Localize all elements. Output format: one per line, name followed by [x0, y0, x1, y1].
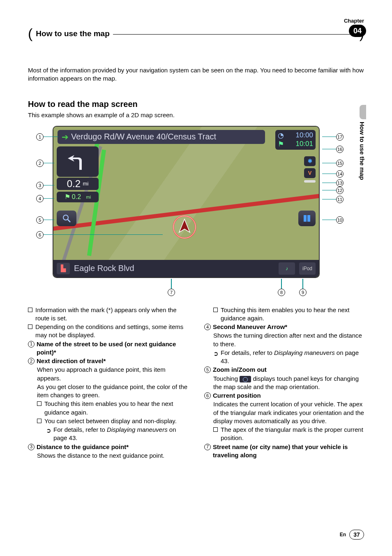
- item-6a: Indicates the current location of your v…: [213, 400, 364, 425]
- callout-16: 16: [322, 146, 344, 153]
- svg-rect-5: [307, 215, 310, 222]
- second-maneuver-display: ⚑0.2 mi: [57, 192, 99, 202]
- circled-3-icon: 3: [28, 444, 35, 450]
- item-4-title: Second Maneuver Arrow*: [213, 323, 287, 330]
- item-4a: Shows the turning direction after next a…: [213, 331, 364, 348]
- square-bullet-icon: [213, 427, 218, 432]
- flag-icon: ⚑: [278, 140, 284, 148]
- chapter-number: 04: [349, 25, 366, 37]
- vics-icon: V: [304, 168, 316, 178]
- callout-3: 3: [36, 182, 54, 189]
- map-figure: ➔Verdugo Rd/W Avenue 40/Census Tract 0.2…: [36, 126, 344, 298]
- heading-2: How to read the map screen: [28, 100, 364, 109]
- bottom-bar: ▙ Eagle Rock Blvd ♪ iPod: [53, 260, 319, 277]
- lang-label: En: [340, 532, 346, 537]
- left-column: Information with the mark (*) appears on…: [28, 306, 188, 461]
- item-4b: For details, refer to Displaying maneuve…: [221, 349, 364, 366]
- title-line: [113, 34, 360, 35]
- square-bullet-icon: [28, 308, 32, 312]
- status-icon-stack: ✱ V: [304, 156, 316, 183]
- map-screenshot: ➔Verdugo Rd/W Avenue 40/Census Tract 0.2…: [53, 126, 320, 278]
- callout-13: 13: [322, 179, 344, 187]
- svg-line-1: [68, 220, 70, 222]
- bluetooth-icon: ✱: [304, 156, 316, 166]
- circled-5-icon: 5: [204, 366, 211, 373]
- item-3a: Shows the distance to the next guidance …: [37, 452, 188, 460]
- circled-6-icon: 6: [204, 392, 211, 399]
- music-icon: ♪: [279, 262, 295, 275]
- item-6b: The apex of the triangular mark is the p…: [221, 426, 364, 442]
- zoom-button: [57, 211, 76, 226]
- paren-left: (: [28, 25, 32, 42]
- time-box: ◔10:00 ⚑10:01: [275, 130, 316, 150]
- svg-point-0: [63, 215, 68, 220]
- note-2: Depending on the conditions and settings…: [35, 323, 188, 340]
- next-direction-arrow: [57, 146, 99, 177]
- callout-14: 14: [322, 170, 344, 178]
- xref-arrow-icon: ➲: [213, 350, 219, 366]
- chapter-label: Chapter: [344, 18, 364, 24]
- callout-10: 10: [322, 216, 344, 224]
- item-7-title: Street name (or city name) that your veh…: [213, 443, 348, 459]
- square-bullet-icon: [37, 419, 42, 423]
- item-6-title: Current position: [213, 392, 261, 399]
- square-bullet-icon: [37, 401, 42, 406]
- item-2-title: Next direction of travel*: [37, 357, 106, 364]
- callout-4: 4: [36, 195, 54, 202]
- item-3-title: Distance to the guidance point*: [37, 443, 129, 450]
- map-mode-icon: ▙: [57, 263, 70, 274]
- circled-7-icon: 7: [204, 444, 211, 450]
- next-street-label: Verdugo Rd/W Avenue 40/Census Tract: [71, 132, 216, 141]
- item-1-title: Name of the street to be used (or next g…: [37, 341, 176, 356]
- item-2e: For details, refer to Displaying maneuve…: [53, 426, 188, 442]
- note-1: Information with the mark (*) appears on…: [35, 306, 188, 323]
- footer: En 37: [340, 530, 364, 540]
- callout-17: 17: [322, 133, 344, 141]
- subtext: This example shows an example of a 2D ma…: [28, 111, 364, 118]
- source-label: iPod: [299, 262, 316, 275]
- xref-arrow-icon: ➲: [46, 426, 51, 442]
- arrow-icon: ➔: [62, 132, 69, 142]
- item-2c: Touching this item enables you to hear t…: [44, 400, 188, 417]
- current-position-marker: [173, 215, 196, 239]
- side-tab-grey: [360, 105, 366, 119]
- distance-display: 0.2 mi: [57, 178, 99, 190]
- circled-4-icon: 4: [204, 324, 211, 330]
- next-street-bar: ➔Verdugo Rd/W Avenue 40/Census Tract: [58, 130, 265, 144]
- item-5a: Touching displays touch panel keys for c…: [213, 375, 364, 392]
- status-icon: [304, 180, 316, 183]
- square-bullet-icon: [28, 324, 32, 329]
- item-5-title: Zoom in/Zoom out: [213, 366, 267, 373]
- side-tab-text: How to use the map: [359, 122, 366, 180]
- circled-2-icon: 2: [28, 358, 35, 364]
- zoom-inline-icon: [240, 376, 251, 382]
- item-2b: As you get closer to the guidance point,…: [37, 383, 188, 400]
- clock-row: ◔10:00: [278, 131, 313, 140]
- callout-12: 12: [322, 187, 344, 194]
- callout-5: 5: [36, 216, 54, 224]
- traffic-icon: [298, 211, 316, 226]
- callout-7: 7: [168, 279, 175, 296]
- callout-9: 9: [299, 279, 307, 296]
- right-column: Touching this item enables you to hear t…: [204, 306, 364, 461]
- title-bar: ( How to use the map ): [28, 25, 364, 42]
- svg-rect-4: [304, 215, 307, 222]
- intro-text: Most of the information provided by your…: [28, 66, 364, 83]
- callout-15: 15: [322, 160, 344, 167]
- callout-11: 11: [322, 196, 344, 203]
- callout-6: 6: [36, 231, 163, 239]
- page-number: 37: [349, 530, 364, 540]
- eta-row: ⚑10:01: [278, 140, 313, 148]
- item-3b: Touching this item enables you to hear t…: [221, 306, 364, 323]
- callout-2: 2: [36, 160, 54, 167]
- current-street-label: Eagle Rock Blvd: [74, 264, 274, 273]
- item-2d: You can select between display and non-d…: [44, 417, 188, 425]
- callout-1: 1: [36, 133, 58, 141]
- callout-8: 8: [278, 279, 285, 296]
- flag-icon: ⚑: [65, 193, 70, 201]
- section-title: How to use the map: [32, 29, 113, 38]
- clock-icon: ◔: [278, 131, 284, 140]
- circled-1-icon: 1: [28, 341, 35, 348]
- item-2a: When you approach a guidance point, this…: [37, 366, 188, 382]
- square-bullet-icon: [213, 308, 218, 312]
